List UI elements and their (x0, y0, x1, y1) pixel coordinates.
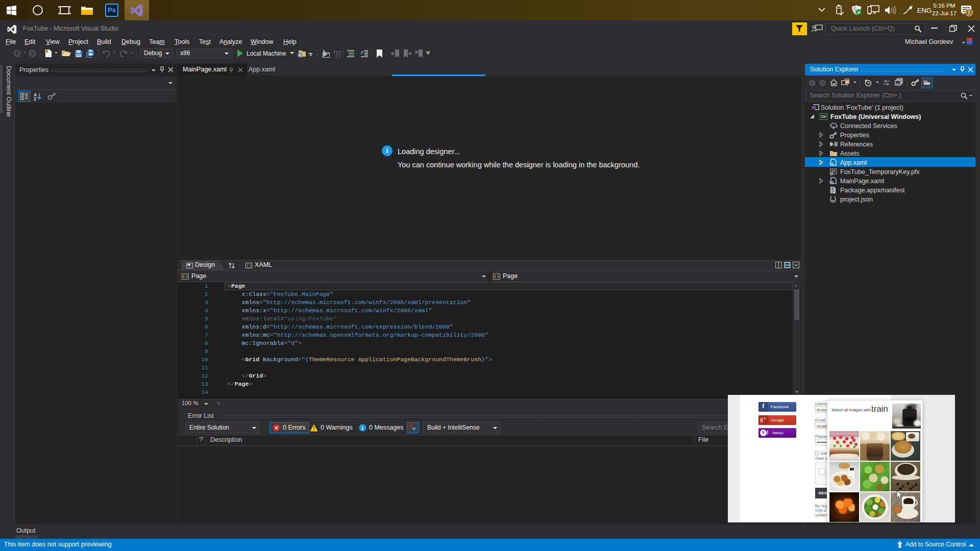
svg-text:i: i (362, 425, 363, 431)
svg-text:Z: Z (34, 96, 36, 101)
